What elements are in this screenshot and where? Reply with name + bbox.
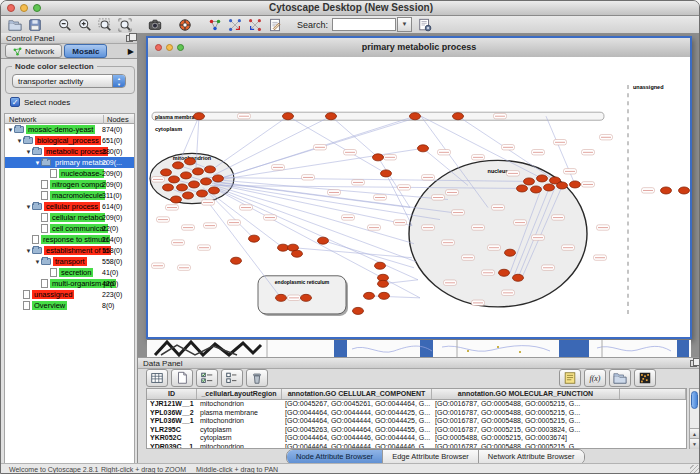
network-node[interactable]: [661, 187, 672, 194]
network-node[interactable]: [353, 307, 364, 314]
network-node[interactable]: [231, 257, 242, 264]
network-node[interactable]: [181, 172, 192, 179]
network-node[interactable]: [410, 113, 421, 120]
network-node[interactable]: [375, 262, 386, 269]
network-canvas[interactable]: plasma membranecytoplasmmitochondrionnuc…: [148, 57, 690, 337]
tree-row[interactable]: cellular metabo209(0): [5, 212, 134, 223]
select-nodes-checkbox[interactable]: ✓: [10, 97, 20, 107]
expander-icon[interactable]: ▼: [34, 259, 41, 265]
attribute-grid-icon[interactable]: [146, 369, 168, 387]
network-node[interactable]: [283, 113, 294, 120]
scroll-down-icon[interactable]: ▼: [690, 438, 699, 449]
column-header[interactable]: annotation.GO MOLECULAR_FUNCTION: [432, 389, 620, 399]
tree-row[interactable]: ▼biological_process651(0): [5, 135, 134, 146]
network-node[interactable]: [292, 250, 303, 257]
network-node[interactable]: [326, 113, 337, 120]
network-node[interactable]: [505, 249, 516, 256]
table-row[interactable]: YPL036W__2plasma membrane[GO:0044464, GO…: [147, 409, 686, 418]
column-header[interactable]: ID: [147, 389, 197, 399]
network-node[interactable]: [531, 186, 542, 193]
table-row[interactable]: YJR121W__1mitochondrion[GO:0045267, GO:0…: [147, 400, 686, 409]
network-node[interactable]: [185, 158, 196, 165]
open-session-icon[interactable]: [6, 17, 24, 32]
network-node[interactable]: [161, 169, 172, 176]
title-bar[interactable]: Cytoscape Desktop (New Session): [1, 1, 700, 16]
network-node[interactable]: [177, 184, 188, 191]
network-node[interactable]: [379, 292, 390, 299]
network-node[interactable]: [378, 280, 389, 287]
scrollbar-thumb[interactable]: [691, 391, 698, 409]
search-input[interactable]: [332, 18, 396, 31]
network-node[interactable]: [171, 196, 182, 203]
tab-network[interactable]: Network: [5, 44, 62, 58]
node-color-dropdown[interactable]: transporter activity ▲▼: [12, 74, 126, 88]
network-node[interactable]: [513, 274, 524, 281]
zoom-fit-icon[interactable]: [116, 17, 134, 32]
network-node[interactable]: [453, 113, 464, 120]
expander-icon[interactable]: ▼: [7, 127, 14, 133]
background-windows[interactable]: [147, 339, 691, 357]
tab-network-attribute-browser[interactable]: Network Attribute Browser: [479, 450, 584, 464]
column-header[interactable]: _cellularLayoutRegion: [197, 389, 282, 399]
resize-grip[interactable]: [690, 465, 700, 474]
network-node[interactable]: [318, 237, 329, 244]
vizmapper-icon[interactable]: [206, 17, 224, 32]
tree-row[interactable]: cell communicat22(0): [5, 223, 134, 234]
tree-row[interactable]: nitrogen compo209(0): [5, 179, 134, 190]
expander-icon[interactable]: ▼: [25, 149, 32, 155]
zoom-out-icon[interactable]: [56, 17, 74, 32]
unselect-attributes-icon[interactable]: [221, 369, 243, 387]
network-node[interactable]: [189, 181, 200, 188]
expander-icon[interactable]: ▼: [25, 248, 32, 254]
network-node[interactable]: [557, 182, 568, 189]
formula-icon[interactable]: f(x): [584, 369, 606, 387]
table-scrollbar[interactable]: ▲ ▼: [689, 388, 700, 449]
network-window-titlebar[interactable]: primary metabolic process: [148, 38, 690, 58]
network-node[interactable]: [201, 178, 212, 185]
network-node[interactable]: [249, 235, 260, 242]
tree-row[interactable]: ▼cellular process614(0): [5, 201, 134, 212]
network-node[interactable]: [301, 294, 312, 301]
network-node[interactable]: [517, 185, 528, 192]
expander-icon[interactable]: ▼: [34, 160, 41, 166]
tree-row[interactable]: nucleobase-209(0): [5, 168, 134, 179]
float-panel-icon[interactable]: [126, 35, 133, 42]
select-attributes-icon[interactable]: [196, 369, 218, 387]
tree-row[interactable]: Overview8(0): [5, 300, 134, 311]
network-node[interactable]: [418, 145, 429, 152]
delete-attribute-icon[interactable]: [246, 369, 268, 387]
new-attribute-icon[interactable]: [171, 369, 193, 387]
tree-row[interactable]: response to stimulu264(0): [5, 234, 134, 245]
layout-network-a-icon[interactable]: [226, 17, 244, 32]
network-node[interactable]: [183, 192, 194, 199]
tree-row[interactable]: multi-organism pro42(0): [5, 278, 134, 289]
layout-network-b-icon[interactable]: [246, 17, 264, 32]
tab-scroll-right-icon[interactable]: ▶: [128, 47, 134, 56]
expander-icon[interactable]: ▼: [25, 204, 32, 210]
tree-row[interactable]: ▼mosaic-demo-yeast874(0): [5, 124, 134, 135]
network-node[interactable]: [364, 292, 375, 299]
tree-row[interactable]: secretion41(0): [5, 267, 134, 278]
network-view-window[interactable]: primary metabolic process plasma membran…: [146, 36, 692, 339]
help-lifering-icon[interactable]: [176, 17, 194, 32]
table-row[interactable]: YKR052Ccytoplasm[GO:0044464, GO:0044446,…: [147, 434, 686, 443]
network-node[interactable]: [679, 187, 690, 194]
tree-row[interactable]: ▼metabolic process280(0): [5, 146, 134, 157]
tab-node-attribute-browser[interactable]: Node Attribute Browser: [287, 450, 383, 464]
attribute-table[interactable]: ID_cellularLayoutRegionannotation.GO CEL…: [146, 388, 687, 449]
expander-icon[interactable]: ▼: [16, 138, 23, 144]
save-session-icon[interactable]: [26, 17, 44, 32]
column-header[interactable]: annotation.GO CELLULAR_COMPONENT: [282, 389, 432, 399]
tree-row[interactable]: ▼primary metabo209(...: [5, 157, 134, 168]
network-node[interactable]: [197, 190, 208, 197]
network-node[interactable]: [544, 184, 555, 191]
network-node[interactable]: [278, 244, 289, 251]
network-node[interactable]: [169, 176, 180, 183]
network-node[interactable]: [381, 170, 392, 177]
matrix-icon[interactable]: [634, 369, 656, 387]
snapshot-camera-icon[interactable]: [146, 17, 164, 32]
tree-row[interactable]: ▼establishment of lo558(0): [5, 245, 134, 256]
network-node[interactable]: [209, 187, 220, 194]
search-options-icon[interactable]: [416, 17, 434, 32]
network-node[interactable]: [194, 113, 205, 120]
